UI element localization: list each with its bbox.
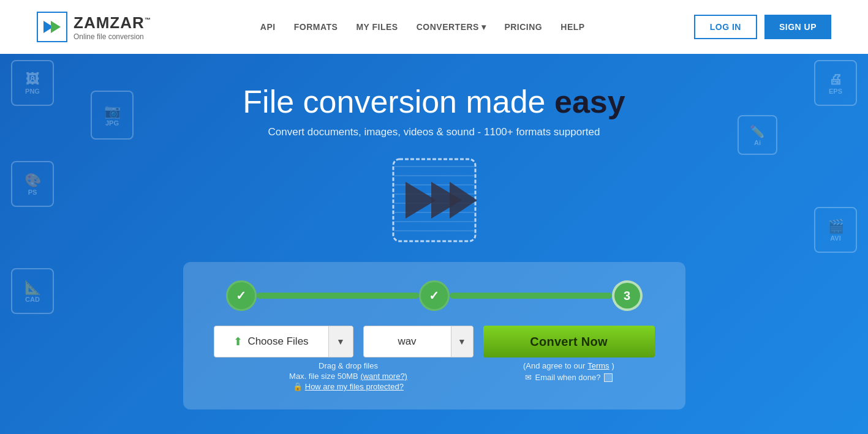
choose-files-main: ⬆ Choose Files [214,335,328,348]
step-line-1 [257,293,419,299]
file-protection-link[interactable]: How are my files protected? [305,382,404,391]
bg-jpg-icon: 📷 JPG [91,91,134,140]
email-row: ✉ Email when done? [525,373,613,382]
step-3-label: 3 [624,289,630,303]
email-icon: ✉ [525,373,532,382]
nav-converters[interactable]: CONVERTERS ▾ [417,22,486,32]
format-dropdown-arrow[interactable]: ▼ [451,326,473,357]
hero-subtitle: Convert documents, images, videos & soun… [268,126,600,138]
logo-text: ZAMZAR™ Online file conversion [74,13,151,41]
terms-prefix: (And agree to our [523,361,585,370]
svg-marker-13 [450,182,477,219]
hero-illustration [382,148,486,252]
helper-left: Drag & drop files Max. file size 50MB (w… [214,361,483,391]
email-when-done-checkbox[interactable] [604,373,613,382]
bg-eps-icon: 🖨 EPS [814,60,857,106]
nav-links: API FORMATS MY FILES CONVERTERS ▾ PRICIN… [260,22,585,32]
bg-ai-icon: ✏️ Ai [738,115,777,155]
step-3: 3 [612,280,643,311]
nav-pricing[interactable]: PRICING [504,22,542,32]
terms-suffix: ) [612,361,614,370]
signup-button[interactable]: SIGN UP [764,15,831,39]
terms-link[interactable]: Terms [587,361,609,370]
logo-subtitle: Online file conversion [74,32,151,41]
format-selector[interactable]: wav ▼ [363,326,474,357]
step-line-2 [450,293,612,299]
upload-icon: ⬆ [233,335,243,348]
step-2: ✓ [419,280,450,311]
lock-icon: 🔒 [293,382,303,391]
login-button[interactable]: LOG IN [694,15,757,39]
logo-title: ZAMZAR™ [74,13,151,32]
nav-formats[interactable]: FORMATS [294,22,338,32]
convert-now-button[interactable]: Convert Now [483,326,655,357]
terms-row: (And agree to our Terms ) [523,361,614,370]
logo-icon [37,12,67,42]
converter-box: ✓ ✓ 3 ⬆ Choose Files ▼ [183,262,685,410]
nav-api[interactable]: API [260,22,276,32]
bg-avi-icon: 🎬 AVI [814,207,857,253]
helper-row: Drag & drop files Max. file size 50MB (w… [214,361,655,391]
converters-chevron-icon: ▾ [481,22,486,32]
bg-cad-icon: 📐 CAD [11,268,54,314]
format-value: wav [364,335,451,348]
choose-files-dropdown-arrow[interactable]: ▼ [328,326,353,357]
auth-buttons: LOG IN SIGN UP [694,15,831,39]
nav-help[interactable]: HELP [560,22,584,32]
choose-files-label: Choose Files [247,335,308,348]
email-when-done-label: Email when done? [535,373,601,382]
helper-right: (And agree to our Terms ) ✉ Email when d… [483,361,655,391]
svg-marker-1 [51,21,61,33]
want-more-link[interactable]: (want more?) [360,372,407,381]
bg-ps-icon: 🎨 PS [11,161,54,207]
bg-png-icon: 🖼 PNG [11,60,54,106]
controls-row: ⬆ Choose Files ▼ wav ▼ Convert Now [214,326,655,357]
nav-myfiles[interactable]: MY FILES [356,22,398,32]
navbar: ZAMZAR™ Online file conversion API FORMA… [0,0,868,54]
file-protection-row: 🔒 How are my files protected? [293,382,404,391]
step-1-check-icon: ✓ [236,288,246,303]
drag-drop-text: Drag & drop files [319,361,378,370]
hero-title: File conversion made easy [243,83,625,120]
step-1: ✓ [226,280,257,311]
step-2-check-icon: ✓ [429,288,439,303]
hero-section: 🖼 PNG 📷 JPG 🎨 PS 📐 CAD 🖨 EPS 🎬 AVI [0,54,868,434]
choose-files-button[interactable]: ⬆ Choose Files ▼ [214,326,353,357]
chevron-down-icon: ▼ [336,337,345,346]
max-size-text: Max. file size 50MB (want more?) [289,372,407,381]
progress-steps: ✓ ✓ 3 [226,280,643,311]
chevron-down-icon-format: ▼ [458,337,466,346]
logo: ZAMZAR™ Online file conversion [37,12,151,42]
